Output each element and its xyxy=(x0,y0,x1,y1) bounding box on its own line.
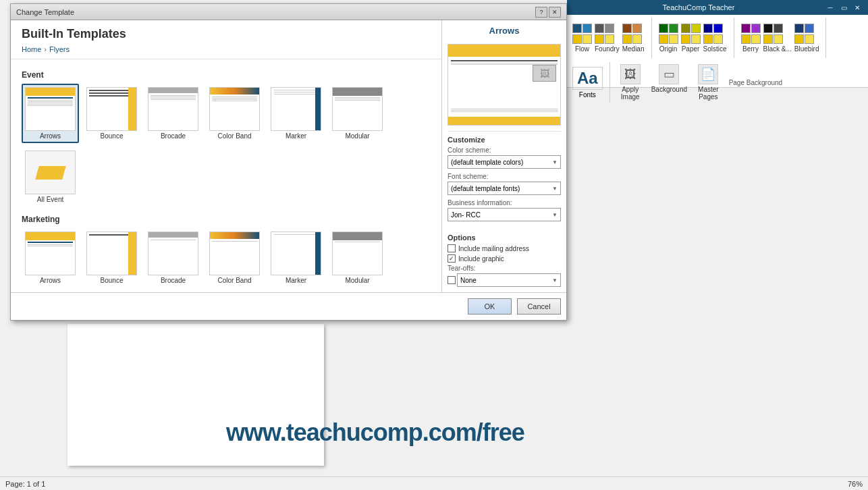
background-btn[interactable]: ▭ Background xyxy=(648,62,690,103)
apply-image-btn[interactable]: 🖼 ApplyImage xyxy=(617,62,644,103)
master-pages-icon: 📄 xyxy=(698,64,718,84)
mailing-address-checkbox[interactable] xyxy=(447,244,456,252)
template-item-marker-mkt[interactable]: Marker xyxy=(267,228,325,288)
thumb-visual xyxy=(148,232,198,275)
swatch xyxy=(669,34,678,44)
color-scheme-dropdown[interactable]: (default template colors) ▼ xyxy=(447,155,561,169)
template-item-brocade-mkt[interactable]: Brocade xyxy=(144,228,202,288)
preview-image-icon: 🖼 xyxy=(540,68,549,79)
ribbon-close-btn[interactable]: ✕ xyxy=(852,2,863,13)
ribbon-divider-1 xyxy=(651,18,652,58)
scheme-label-median: Median xyxy=(622,45,645,53)
thumb-arrows-visual xyxy=(26,88,75,130)
swatch xyxy=(605,34,614,44)
dialog-main-title: Built-In Templates xyxy=(22,27,431,41)
color-scheme-bluebird[interactable]: Bluebird xyxy=(794,24,819,53)
template-item-allevent[interactable]: All Event xyxy=(22,147,79,207)
template-content: Event xyxy=(11,59,441,292)
template-thumb-brocade-mkt xyxy=(148,232,198,275)
template-thumb-bounce-mkt xyxy=(86,232,137,275)
color-scheme-solstice[interactable]: Solstice xyxy=(703,24,727,53)
ribbon-minimize-btn[interactable]: ─ xyxy=(825,2,836,13)
scheme-label-berry: Berry xyxy=(741,45,761,53)
template-item-bounce-event[interactable]: Bounce xyxy=(83,84,140,143)
scheme-label-bluebird: Bluebird xyxy=(794,45,819,53)
color-scheme-black[interactable]: Black &... xyxy=(763,24,792,53)
swatch xyxy=(669,24,678,33)
color-scheme-median[interactable]: Median xyxy=(622,24,645,53)
ribbon-restore-btn[interactable]: ▭ xyxy=(838,2,849,13)
fonts-btn[interactable]: Aa xyxy=(572,67,603,90)
template-name-modular-mkt: Modular xyxy=(345,277,369,284)
zoom-level: 76% xyxy=(848,480,863,488)
color-scheme-berry[interactable]: Berry xyxy=(741,24,761,53)
options-label: Options xyxy=(447,234,561,242)
template-name-arrows-event: Arrows xyxy=(40,132,61,140)
thumb-brocade-visual xyxy=(148,88,198,130)
tearoffs-dropdown[interactable]: None ▼ xyxy=(457,273,561,287)
template-item-colorband-mkt[interactable]: Color Band xyxy=(206,228,263,288)
preview-image-content: 🖼 xyxy=(448,45,560,125)
master-pages-btn[interactable]: 📄 MasterPages xyxy=(695,62,722,103)
dialog-close-btn[interactable]: ✕ xyxy=(549,7,561,18)
swatch xyxy=(659,34,668,44)
template-name-brocade-mkt: Brocade xyxy=(161,277,186,284)
biz-info-dropdown[interactable]: Jon- RCC ▼ xyxy=(447,208,561,221)
swatch xyxy=(572,24,582,33)
color-scheme-flow[interactable]: Flow xyxy=(572,24,592,53)
template-item-brocade-event[interactable]: Brocade xyxy=(144,84,202,143)
color-scheme-paper[interactable]: Paper xyxy=(681,24,701,53)
color-scheme-origin[interactable]: Origin xyxy=(659,24,678,53)
swatch xyxy=(713,24,723,33)
swatch xyxy=(763,24,773,33)
ribbon-divider-2 xyxy=(734,18,734,58)
swatch xyxy=(681,34,690,44)
watermark: www.teachucomp.com/free xyxy=(226,418,524,447)
mailing-address-label: Include mailing address xyxy=(458,245,529,252)
template-name-allevent: All Event xyxy=(37,196,63,203)
tearoffs-arrow: ▼ xyxy=(552,277,558,283)
dialog-title-controls: ? ✕ xyxy=(535,7,561,18)
biz-info-value: Jon- RCC xyxy=(451,211,481,219)
template-item-marker-event[interactable]: Marker xyxy=(267,84,325,143)
ribbon-divider-4 xyxy=(609,62,610,103)
template-thumb-colorband-event xyxy=(209,87,260,131)
template-item-arrows-mkt[interactable]: Arrows xyxy=(22,228,79,288)
ok-button[interactable]: OK xyxy=(468,298,512,315)
template-item-colorband-event[interactable]: Color Band xyxy=(206,84,263,143)
template-name-colorband-mkt: Color Band xyxy=(217,277,251,284)
template-name-marker-mkt: Marker xyxy=(286,277,306,284)
template-item-arrows-event[interactable]: Arrows xyxy=(22,84,79,143)
breadcrumb-page[interactable]: Flyers xyxy=(49,45,70,53)
swatch xyxy=(622,24,632,33)
template-item-modular-mkt[interactable]: Modular xyxy=(329,228,386,288)
include-graphic-row: ✓ Include graphic xyxy=(447,254,561,263)
cancel-button[interactable]: Cancel xyxy=(517,298,561,315)
right-panel: Arrows 🖼 xyxy=(441,20,566,292)
swatch xyxy=(595,34,604,44)
thumb-marker-visual xyxy=(271,88,321,130)
swatch xyxy=(751,24,761,33)
tearoffs-checkbox[interactable] xyxy=(447,276,456,284)
thumb-visual xyxy=(333,232,382,275)
biz-info-label: Business information: xyxy=(447,199,561,207)
template-item-modular-event[interactable]: Modular xyxy=(329,84,386,143)
template-item-allmarketing[interactable]: All Marketing xyxy=(22,292,79,292)
color-scheme-label: Color scheme: xyxy=(447,146,561,154)
breadcrumb-home[interactable]: Home xyxy=(22,45,41,53)
preview-line-5 xyxy=(451,110,558,111)
template-thumb-colorband-mkt xyxy=(209,232,260,275)
dialog-help-btn[interactable]: ? xyxy=(535,7,547,18)
template-thumb-allevent xyxy=(25,151,76,194)
thumb-bounce-visual xyxy=(87,88,136,130)
color-scheme-foundry[interactable]: Foundry xyxy=(595,24,620,53)
template-thumb-marker-event xyxy=(271,87,321,131)
font-scheme-dropdown[interactable]: (default template fonts) ▼ xyxy=(447,182,561,195)
master-pages-label: MasterPages xyxy=(698,86,719,101)
include-graphic-checkbox[interactable]: ✓ xyxy=(447,254,456,263)
status-bar-right: 76% xyxy=(848,480,863,488)
swatch xyxy=(572,34,582,44)
template-panel: Built-In Templates Home › Flyers Event xyxy=(11,20,441,292)
template-item-bounce-mkt[interactable]: Bounce xyxy=(83,228,140,288)
tearoffs-value: None xyxy=(460,277,477,284)
